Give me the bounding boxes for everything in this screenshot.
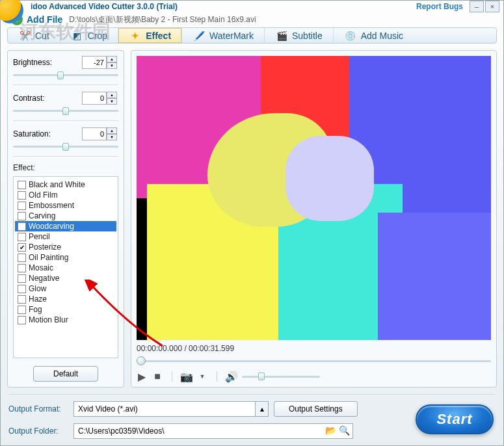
saturation-input[interactable] xyxy=(82,127,107,140)
subtitle-icon: 🎬 xyxy=(275,30,288,42)
brightness-control: Brightness: ▲▼ xyxy=(13,56,118,88)
tab-cut[interactable]: ✂️ Cut xyxy=(8,28,60,44)
brightness-stepper[interactable]: ▲▼ xyxy=(82,56,118,69)
contrast-label: Contrast: xyxy=(13,94,45,103)
contrast-slider[interactable] xyxy=(13,106,118,115)
checkbox-icon[interactable] xyxy=(18,254,26,262)
effect-list[interactable]: Black and WhiteOld FilmEmbossmentCarving… xyxy=(13,176,118,358)
tab-watermark[interactable]: 🖊️ WaterMark xyxy=(182,28,265,44)
contrast-stepper[interactable]: ▲▼ xyxy=(82,92,118,105)
chevron-down-icon[interactable]: ▼ xyxy=(197,371,207,382)
checkbox-icon[interactable] xyxy=(18,316,26,324)
playback-controls: ▶ ■ 📷 ▼ 🔊 xyxy=(137,371,491,382)
spin-down-icon[interactable]: ▼ xyxy=(107,98,117,105)
effect-side-panel: Brightness: ▲▼ Contrast: ▲▼ xyxy=(7,50,124,387)
stop-button[interactable]: ■ xyxy=(152,371,163,382)
folder-open-icon[interactable]: 📂 xyxy=(325,425,336,436)
saturation-control: Saturation: ▲▼ xyxy=(13,127,118,159)
snapshot-button[interactable]: 📷 xyxy=(181,371,192,382)
contrast-control: Contrast: ▲▼ xyxy=(13,92,118,124)
brightness-input[interactable] xyxy=(82,56,107,69)
music-icon: 💿 xyxy=(344,30,357,42)
preview-poster-icon xyxy=(137,56,491,340)
effect-item-label: Black and White xyxy=(29,180,85,189)
brightness-slider[interactable] xyxy=(13,70,118,79)
effect-item[interactable]: Glow xyxy=(15,283,116,294)
effect-item[interactable]: Embossment xyxy=(15,200,116,211)
effect-item-label: Woodcarving xyxy=(29,222,74,231)
effect-item-label: Glow xyxy=(29,284,46,293)
checkbox-icon[interactable] xyxy=(18,181,26,189)
output-settings-button[interactable]: Output Settings xyxy=(274,401,358,417)
spin-up-icon[interactable]: ▲ xyxy=(107,92,117,98)
output-folder-field[interactable]: C:\Users\pc0359\Videos\ 📂 🔍 xyxy=(73,423,353,439)
sparkle-icon: ✦ xyxy=(129,30,142,42)
effect-item[interactable]: Mosaic xyxy=(15,263,116,273)
effect-item-label: Motion Blur xyxy=(29,315,68,324)
effect-item[interactable]: Oil Painting xyxy=(15,252,116,263)
report-bugs-link[interactable]: Report Bugs xyxy=(416,2,463,11)
tab-toolbar: ✂️ Cut ◩ Crop ✦ Effect 🖊️ WaterMark 🎬 Su… xyxy=(7,27,497,44)
checkbox-icon[interactable] xyxy=(18,264,26,272)
spin-up-icon[interactable]: ▲ xyxy=(107,56,117,62)
titlebar: idoo Advanced Video Cutter 3.0.0 (Trial)… xyxy=(1,1,503,12)
tab-addmusic[interactable]: 💿 Add Music xyxy=(334,28,414,44)
effect-item-label: Fog xyxy=(29,305,42,314)
saturation-stepper[interactable]: ▲▼ xyxy=(82,127,118,140)
checkbox-icon[interactable] xyxy=(18,233,26,241)
effect-item[interactable]: Motion Blur xyxy=(15,315,116,325)
watermark-icon: 🖊️ xyxy=(192,30,206,42)
volume-slider[interactable] xyxy=(242,376,320,378)
app-window: idoo Advanced Video Cutter 3.0.0 (Trial)… xyxy=(0,0,504,446)
checkbox-icon[interactable] xyxy=(18,222,26,231)
effect-item[interactable]: ✔Posterize xyxy=(15,242,116,252)
checkbox-icon[interactable] xyxy=(18,306,26,314)
spin-down-icon[interactable]: ▼ xyxy=(107,62,117,69)
add-file-label: Add File xyxy=(27,14,62,25)
addfile-bar: + Add File D:\tools\桌面\新视频\Baby 2 - Firs… xyxy=(1,12,503,27)
output-folder-value: C:\Users\pc0359\Videos\ xyxy=(78,426,165,436)
saturation-slider[interactable] xyxy=(13,142,118,151)
checkbox-icon[interactable] xyxy=(18,202,26,210)
spin-up-icon[interactable]: ▲ xyxy=(107,127,117,134)
minimize-button[interactable]: – xyxy=(470,1,484,12)
effect-item[interactable]: Carving xyxy=(15,211,116,221)
contrast-input[interactable] xyxy=(82,92,107,105)
effect-item[interactable]: Haze xyxy=(15,294,116,304)
tab-subtitle[interactable]: 🎬 Subtitle xyxy=(265,28,334,44)
timeline-scrubber[interactable] xyxy=(137,356,491,366)
tab-crop[interactable]: ◩ Crop xyxy=(60,28,118,44)
effect-item[interactable]: Old Film xyxy=(15,190,116,200)
output-format-value: Xvid Video (*.avi) xyxy=(78,404,138,413)
start-button[interactable]: Start xyxy=(416,404,494,434)
chevron-up-icon[interactable]: ▴ xyxy=(255,402,268,416)
tab-cut-label: Cut xyxy=(35,31,49,41)
output-format-combo[interactable]: Xvid Video (*.avi) ▴ xyxy=(73,401,269,417)
effect-item[interactable]: Woodcarving xyxy=(15,221,116,231)
spin-down-icon[interactable]: ▼ xyxy=(107,134,117,140)
checkbox-icon[interactable] xyxy=(18,212,26,220)
tab-effect[interactable]: ✦ Effect xyxy=(118,28,182,44)
effect-item[interactable]: Pencil xyxy=(15,231,116,242)
checkbox-icon[interactable] xyxy=(18,285,26,293)
checkbox-icon[interactable] xyxy=(18,295,26,304)
checkbox-icon[interactable]: ✔ xyxy=(18,243,26,252)
effect-list-label: Effect: xyxy=(13,163,118,172)
video-preview xyxy=(137,56,491,340)
effect-item[interactable]: Negative xyxy=(15,273,116,283)
crop-icon: ◩ xyxy=(71,30,84,42)
checkbox-icon[interactable] xyxy=(18,274,26,283)
search-icon[interactable]: 🔍 xyxy=(339,425,350,436)
default-button[interactable]: Default xyxy=(33,366,98,382)
effect-item-label: Oil Painting xyxy=(29,253,68,262)
main-area: Brightness: ▲▼ Contrast: ▲▼ xyxy=(1,44,503,394)
checkbox-icon[interactable] xyxy=(18,191,26,200)
tab-crop-label: Crop xyxy=(88,31,107,41)
effect-item[interactable]: Fog xyxy=(15,304,116,315)
close-button[interactable]: × xyxy=(485,1,499,12)
effect-item-label: Old Film xyxy=(29,190,58,200)
volume-icon[interactable]: 🔊 xyxy=(226,371,237,382)
effect-item[interactable]: Black and White xyxy=(15,179,116,190)
file-path: D:\tools\桌面\新视频\Baby 2 - First Step Main… xyxy=(69,14,256,25)
play-button[interactable]: ▶ xyxy=(137,371,147,382)
